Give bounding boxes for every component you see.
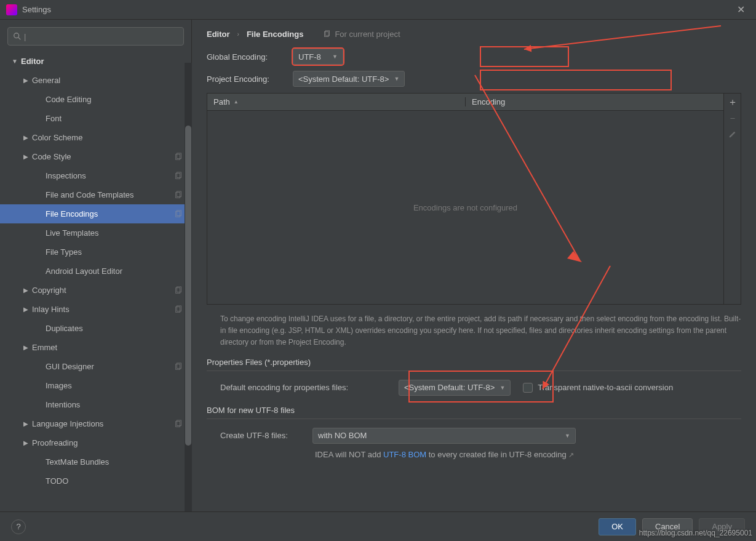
tree-item-color-scheme[interactable]: ▶Color Scheme xyxy=(0,128,191,147)
bom-note: IDEA will NOT add UTF-8 BOM to every cre… xyxy=(315,450,741,459)
settings-tree: ▼Editor▶General▶Code Editing▶Font▶Color … xyxy=(0,48,191,491)
scope-label: For current project xyxy=(323,30,400,39)
tree-item-inspections[interactable]: ▶Inspections xyxy=(0,166,191,185)
project-encoding-combo[interactable]: <System Default: UTF-8> ▼ xyxy=(293,71,405,87)
tree-item-label: Intentions xyxy=(46,400,183,409)
tree-item-copyright[interactable]: ▶Copyright xyxy=(0,281,191,300)
tree-item-todo[interactable]: ▶TODO xyxy=(0,471,191,491)
content-panel: Editor › File Encodings For current proj… xyxy=(192,20,756,511)
search-caret: | xyxy=(24,32,26,41)
close-icon[interactable]: ✕ xyxy=(732,1,750,18)
add-button[interactable]: ＋ xyxy=(728,97,738,107)
search-input[interactable]: | xyxy=(7,27,184,46)
global-encoding-label: Global Encoding: xyxy=(207,52,293,62)
scrollbar-thumb[interactable] xyxy=(185,126,191,446)
tree-item-label: TODO xyxy=(46,476,183,486)
tree-item-label: Language Injections xyxy=(32,419,174,428)
create-utf8-label: Create UTF-8 files: xyxy=(220,431,312,440)
titlebar: Settings ✕ xyxy=(0,0,756,20)
tree-item-inlay-hints[interactable]: ▶Inlay Hints xyxy=(0,300,191,319)
global-encoding-combo[interactable]: UTF-8 ▼ xyxy=(293,49,343,65)
chevron-down-icon: ▼ xyxy=(499,385,505,391)
global-encoding-value: UTF-8 xyxy=(298,52,321,62)
breadcrumb-file-encodings: File Encodings xyxy=(247,30,303,39)
breadcrumb-editor[interactable]: Editor xyxy=(207,30,230,39)
properties-encoding-label: Default encoding for properties files: xyxy=(220,383,399,392)
svg-line-1 xyxy=(18,38,21,40)
tree-item-file-and-code-templates[interactable]: ▶File and Code Templates xyxy=(0,185,191,204)
tree-item-label: File Encodings xyxy=(46,209,174,218)
project-encoding-value: <System Default: UTF-8> xyxy=(298,74,389,84)
chevron-right-icon: ▶ xyxy=(22,287,30,294)
tree-item-intentions[interactable]: ▶Intentions xyxy=(0,395,191,414)
tree-item-gui-designer[interactable]: ▶GUI Designer xyxy=(0,357,191,376)
tree-item-label: Live Templates xyxy=(46,228,183,238)
project-encoding-label: Project Encoding: xyxy=(207,74,293,84)
chevron-down-icon: ▼ xyxy=(332,54,338,60)
tree-item-label: Duplicates xyxy=(46,324,183,333)
chevron-right-icon: ▶ xyxy=(22,134,30,141)
tree-item-label: Images xyxy=(46,381,183,390)
tree-item-general[interactable]: ▶General xyxy=(0,71,191,90)
tree-item-code-style[interactable]: ▶Code Style xyxy=(0,147,191,166)
tree-item-label: File Types xyxy=(46,247,183,257)
bom-section-title: BOM for new UTF-8 files xyxy=(207,406,741,415)
tree-item-label: Inspections xyxy=(46,171,174,180)
chevron-right-icon: ▶ xyxy=(22,77,30,84)
sidebar-scrollbar[interactable] xyxy=(185,63,192,511)
chevron-right-icon: ▶ xyxy=(22,344,30,351)
tree-item-label: Android Layout Editor xyxy=(46,266,183,276)
tree-item-label: Code Style xyxy=(32,152,174,161)
tree-item-label: General xyxy=(32,76,183,85)
properties-encoding-combo[interactable]: <System Default: UTF-8> ▼ xyxy=(399,380,511,396)
chevron-right-icon: ▶ xyxy=(22,153,30,160)
tree-item-images[interactable]: ▶Images xyxy=(0,376,191,395)
help-button[interactable]: ? xyxy=(11,519,26,534)
tree-item-file-types[interactable]: ▶File Types xyxy=(0,242,191,262)
table-header-path[interactable]: Path ▲ xyxy=(207,97,466,106)
table-header-encoding[interactable]: Encoding xyxy=(466,97,723,106)
sidebar: | ▼Editor▶General▶Code Editing▶Font▶Colo… xyxy=(0,20,192,511)
tree-item-label: Color Scheme xyxy=(32,133,183,142)
properties-section-title: Properties Files (*.properties) xyxy=(207,358,741,367)
tree-item-label: Inlay Hints xyxy=(32,305,174,314)
remove-button[interactable]: － xyxy=(728,113,738,123)
tree-item-duplicates[interactable]: ▶Duplicates xyxy=(0,319,191,338)
create-utf8-value: with NO BOM xyxy=(318,431,367,440)
properties-encoding-value: <System Default: UTF-8> xyxy=(404,383,495,392)
tree-item-label: Copyright xyxy=(32,286,174,295)
window-title: Settings xyxy=(22,5,732,14)
breadcrumb: Editor › File Encodings For current proj… xyxy=(207,30,741,39)
tree-item-font[interactable]: ▶Font xyxy=(0,109,191,128)
tree-item-label: Proofreading xyxy=(32,438,183,447)
chevron-right-icon: ▶ xyxy=(22,439,30,446)
tree-item-file-encodings[interactable]: ▶File Encodings xyxy=(0,204,191,223)
chevron-down-icon: ▼ xyxy=(565,433,570,439)
create-utf8-combo[interactable]: with NO BOM ▼ xyxy=(312,428,576,444)
chevron-down-icon: ▼ xyxy=(394,76,399,82)
tree-item-language-injections[interactable]: ▶Language Injections xyxy=(0,414,191,433)
encodings-table: Path ▲ Encoding Encodings are not config… xyxy=(207,93,741,305)
tree-item-live-templates[interactable]: ▶Live Templates xyxy=(0,223,191,242)
chevron-right-icon: ▶ xyxy=(22,420,30,427)
tree-item-label: TextMate Bundles xyxy=(46,457,183,467)
tree-item-textmate-bundles[interactable]: ▶TextMate Bundles xyxy=(0,452,191,471)
tree-item-label: Editor xyxy=(21,57,183,66)
tree-item-label: Code Editing xyxy=(46,95,183,104)
ok-button[interactable]: OK xyxy=(599,518,636,535)
tree-item-emmet[interactable]: ▶Emmet xyxy=(0,338,191,357)
pencil-icon xyxy=(728,130,737,138)
svg-point-0 xyxy=(14,33,19,38)
chevron-down-icon: ▼ xyxy=(11,58,18,65)
utf8-bom-link[interactable]: UTF-8 BOM xyxy=(383,450,426,459)
tree-item-editor[interactable]: ▼Editor xyxy=(0,52,191,71)
sort-asc-icon: ▲ xyxy=(234,99,239,105)
transparent-ascii-checkbox[interactable] xyxy=(523,383,533,393)
external-link-icon: ↗ xyxy=(568,451,574,459)
tree-item-android-layout-editor[interactable]: ▶Android Layout Editor xyxy=(0,262,191,281)
tree-item-label: Emmet xyxy=(32,343,183,352)
edit-button[interactable] xyxy=(728,129,738,139)
tree-item-proofreading[interactable]: ▶Proofreading xyxy=(0,433,191,452)
tree-item-code-editing[interactable]: ▶Code Editing xyxy=(0,90,191,109)
table-empty-message: Encodings are not configured xyxy=(207,111,723,304)
